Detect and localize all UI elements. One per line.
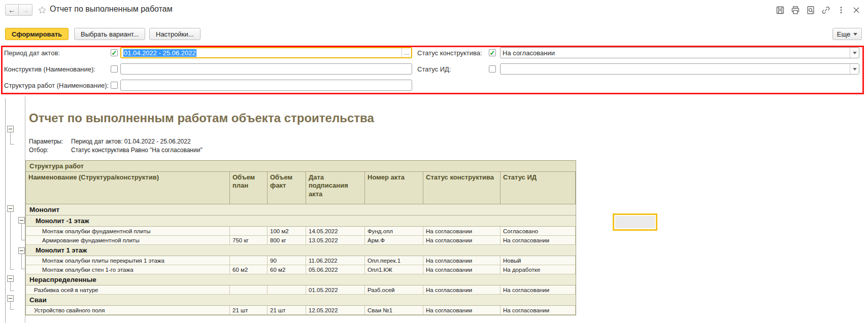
table-cell[interactable]: 14.05.2022 [306, 227, 365, 235]
parameters-label: Параметры: [29, 138, 63, 145]
table-cell[interactable]: Разбивка осей в натуре [26, 285, 230, 294]
period-input[interactable]: 01.04.2022 - 25.06.2022 ... [120, 47, 412, 58]
tree-line [10, 132, 11, 145]
column-header[interactable]: Статус конструктива [423, 172, 500, 204]
table-cell[interactable]: 11.06.2022 [306, 256, 365, 265]
group-row[interactable]: Монолит 1 этаж [26, 245, 576, 256]
table-cell[interactable]: 100 м2 [268, 227, 306, 235]
collapse-group-neraspredelennye-button[interactable] [7, 275, 14, 282]
table-cell[interactable] [230, 256, 268, 265]
collapse-group-svai-button[interactable] [7, 295, 14, 302]
status-id-checkbox[interactable] [489, 65, 496, 73]
column-header[interactable]: Объем факт [268, 172, 306, 204]
table-cell[interactable]: 01.05.2022 [306, 285, 365, 294]
selected-cell[interactable] [613, 213, 657, 231]
collapse-group-monolit-minus1-button[interactable] [18, 217, 25, 224]
table-row: Армирование фундаментной плиты750 кг800 … [26, 236, 576, 245]
link-icon[interactable] [821, 6, 830, 15]
filter-row-value: Статус конструктива Равно "На согласован… [71, 147, 203, 154]
table-header-row: Наименование (Структура/конструктив)Объе… [26, 172, 576, 204]
period-value: 01.04.2022 - 25.06.2022 [123, 49, 196, 57]
table-cell[interactable]: Арм.Ф [365, 236, 423, 244]
table-cell[interactable]: Армирование фундаментной плиты [26, 236, 230, 244]
table-cell[interactable]: Фунд.опл [365, 227, 423, 235]
table-cell[interactable]: 60 м2 [230, 265, 268, 274]
table-cell[interactable]: На согласовании [423, 265, 500, 274]
table-cell[interactable]: Опл1.КЖ [365, 265, 423, 274]
table-cell[interactable]: Монтаж опалубки стен 1-го этажа [26, 265, 230, 274]
group-row[interactable]: Монолит [26, 204, 576, 216]
table-cell[interactable]: Новый [500, 256, 576, 265]
table-cell[interactable]: На согласовании [423, 227, 500, 235]
table-cell[interactable]: 21 шт [230, 306, 268, 314]
tree-line [10, 269, 14, 270]
table-cell[interactable] [230, 227, 268, 235]
generate-report-button[interactable]: Сформировать [5, 28, 69, 40]
report-title: Отчет по выполненным работам объекта стр… [29, 111, 374, 125]
settings-button[interactable]: Настройки... [149, 28, 201, 40]
favorite-star-icon[interactable] [38, 6, 47, 15]
collapse-group-monolit-1-button[interactable] [18, 247, 25, 254]
group-row[interactable]: Сваи [26, 295, 576, 306]
structure-value [121, 80, 412, 90]
table-cell[interactable] [268, 285, 306, 294]
collapse-group-monolit-button[interactable] [7, 205, 14, 212]
structure-checkbox[interactable] [111, 82, 118, 89]
table-cell[interactable] [230, 285, 268, 294]
group-row[interactable]: Монолит -1 этаж [26, 216, 576, 227]
save-icon[interactable] [776, 6, 785, 15]
preview-icon[interactable] [806, 6, 815, 15]
table-cell[interactable]: На доработке [500, 265, 576, 274]
more-menu-icon[interactable] [837, 6, 846, 15]
konstruktiv-checkbox[interactable] [111, 65, 118, 73]
table-cell[interactable]: На согласовании [500, 236, 576, 244]
print-icon[interactable] [791, 6, 800, 15]
table-cell[interactable]: 800 кг [268, 236, 306, 244]
period-select-button[interactable]: ... [402, 48, 411, 57]
table-cell[interactable]: На согласовании [423, 306, 500, 314]
more-actions-button[interactable]: Еще [832, 28, 862, 40]
table-cell[interactable]: На согласовании [423, 285, 500, 294]
collapse-parameters-button[interactable] [7, 126, 14, 132]
column-header[interactable]: Статус ИД [500, 172, 576, 204]
status-konstruktiva-select[interactable]: На согласовании [500, 47, 859, 58]
table-cell[interactable]: На согласовании [500, 306, 576, 314]
period-checkbox[interactable] [111, 49, 118, 56]
table-cell[interactable]: На согласовании [423, 236, 500, 244]
status-konstruktiva-label: Статус конструктива: [417, 48, 482, 58]
structure-input[interactable] [120, 80, 412, 91]
table-cell[interactable]: Разб.осей [365, 285, 423, 294]
table-cell[interactable]: 90 [268, 256, 306, 265]
table-cell[interactable]: Сваи №1 [365, 306, 423, 314]
table-cell[interactable]: 21 шт [268, 306, 306, 314]
forward-button[interactable]: → [19, 4, 32, 16]
table-cell[interactable]: 05.06.2022 [306, 265, 365, 274]
table-cell[interactable]: Монтаж опалубки плиты перекрытия 1 этажа [26, 256, 230, 265]
column-header[interactable]: Объем план [230, 172, 268, 204]
status-id-select[interactable] [500, 63, 859, 75]
close-icon[interactable] [852, 6, 861, 15]
group-row[interactable]: Нераспределенные [26, 274, 576, 285]
filter-row-label: Отбор: [29, 147, 48, 154]
table-cell[interactable]: Устройство свайного поля [26, 306, 230, 314]
table-cell[interactable]: На согласовании [423, 256, 500, 265]
dropdown-arrow-icon[interactable] [850, 48, 859, 58]
back-button[interactable]: ← [5, 4, 19, 16]
table-cell[interactable]: 60 м2 [268, 265, 306, 274]
konstruktiv-input[interactable] [120, 63, 412, 75]
choose-variant-button[interactable]: Выбрать вариант... [74, 28, 145, 40]
table-cell[interactable]: 750 кг [230, 236, 268, 244]
table-cell[interactable]: 13.05.2022 [306, 236, 365, 244]
dropdown-arrow-icon[interactable] [850, 64, 859, 74]
table-cell[interactable]: Согласовано [500, 227, 576, 235]
column-header[interactable]: Номер акта [365, 172, 423, 204]
table-section-header[interactable]: Структура работ [26, 161, 576, 172]
status-konstruktiva-checkbox[interactable] [489, 49, 496, 56]
table-cell[interactable]: Монтаж опалубки фундаментной плиты [26, 227, 230, 235]
table-cell[interactable]: 12.05.2022 [306, 306, 365, 314]
table-cell[interactable]: На согласовании [500, 285, 576, 294]
table-cell[interactable]: Опл.перек.1 [365, 256, 423, 265]
column-header[interactable]: Наименование (Структура/конструктив) [26, 172, 230, 204]
column-header[interactable]: Дата подписания акта [306, 172, 365, 204]
status-id-value [500, 64, 850, 74]
